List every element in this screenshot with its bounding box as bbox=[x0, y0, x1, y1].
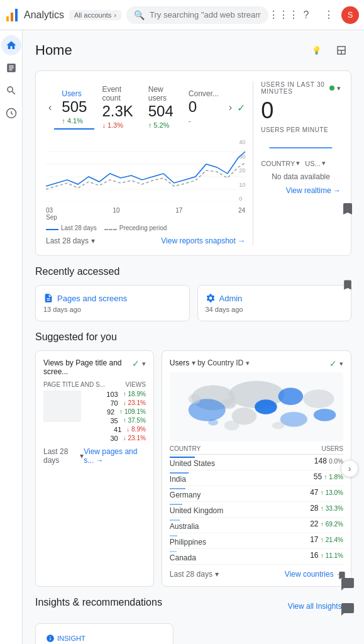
us-filter-btn[interactable]: US... ▾ bbox=[305, 159, 325, 167]
country-filter: COUNTRY ▾ US... ▾ bbox=[261, 159, 341, 167]
main-content: Home 💡 ‹ Users 505 ↑ 4.1% bbox=[23, 30, 364, 644]
svg-rect-2 bbox=[15, 9, 18, 21]
explore-icon bbox=[6, 85, 17, 96]
metrics-chart: 40 30 20 10 0 bbox=[46, 139, 245, 202]
admin-icon bbox=[206, 293, 216, 303]
realtime-panel: USERS IN LAST 30 MINUTES ▾ 0 USERS PER M… bbox=[253, 81, 341, 245]
insights-card: INSIGHT Users for operating system "Linu… bbox=[35, 623, 174, 644]
home-icon bbox=[6, 40, 17, 51]
suggested-card1-header: Views by Page title and scree... ✓ ▾ bbox=[43, 358, 146, 377]
card1-date-range[interactable]: Last 28 days ▾ bbox=[43, 447, 84, 465]
page-header: Home 💡 bbox=[35, 40, 351, 60]
metrics-left: ‹ Users 505 ↑ 4.1% Event count 2.3K ↓ 1.… bbox=[46, 81, 245, 245]
recent-admin-title: Admin bbox=[206, 293, 344, 303]
realtime-value: 0 bbox=[261, 97, 341, 124]
svg-point-21 bbox=[208, 419, 218, 426]
pages-icon bbox=[43, 293, 53, 303]
chart-legend: Last 28 days Preceding period bbox=[46, 225, 245, 231]
suggested-next-btn[interactable]: › bbox=[341, 460, 358, 477]
next-metric-btn[interactable]: › bbox=[226, 99, 234, 116]
reports-icon bbox=[6, 62, 17, 74]
svg-rect-1 bbox=[11, 13, 13, 21]
recently-accessed-title: Recently accessed bbox=[35, 266, 351, 277]
view-countries-link[interactable]: View countries → bbox=[285, 570, 343, 579]
app-logo: Analytics bbox=[5, 8, 64, 23]
realtime-header: USERS IN LAST 30 MINUTES ▾ bbox=[261, 81, 341, 95]
no-data-label: No data available bbox=[261, 172, 341, 181]
country-table: COUNTRY USERS United States 148 0.0% bbox=[170, 445, 343, 565]
svg-point-19 bbox=[314, 409, 336, 421]
tab-conversions[interactable]: Conver... 0 - bbox=[181, 86, 226, 130]
more-icon[interactable]: ⋮ bbox=[319, 5, 339, 25]
floating-chat-btn-1[interactable] bbox=[340, 577, 355, 594]
recent-item-pages[interactable]: Pages and screens 13 days ago bbox=[35, 285, 190, 321]
chart-y-axis: 40 30 20 10 0 bbox=[239, 139, 245, 202]
topbar: Analytics All accounts › 🔍 ⋮⋮⋮ ? ⋮ S bbox=[0, 0, 364, 30]
sidebar-item-explore[interactable] bbox=[1, 80, 21, 101]
country-filter-btn[interactable]: COUNTRY ▾ bbox=[261, 159, 300, 167]
chart-x-labels: 03Sep 10 17 24 bbox=[46, 207, 245, 221]
recent-item-admin[interactable]: Admin 34 days ago bbox=[197, 285, 352, 321]
floating-chat-btn-2[interactable] bbox=[340, 602, 355, 619]
suggested-card1-columns: PAGE TITLE AND S... VIEWS bbox=[43, 381, 146, 388]
svg-point-20 bbox=[224, 421, 240, 431]
view-reports-link[interactable]: View reports snapshot → bbox=[161, 236, 245, 245]
page-thumbnail bbox=[43, 391, 81, 422]
country-row-philippines: Philippines 17 ↑ 21.4% bbox=[170, 533, 343, 549]
save-recently-icon[interactable] bbox=[341, 279, 354, 293]
check-icon: ✓ bbox=[132, 358, 140, 369]
country-row-india: India 55 ↑ 1.8% bbox=[170, 470, 343, 486]
date-range-selector[interactable]: Last 28 days ▾ bbox=[46, 236, 95, 245]
header-icons: 💡 bbox=[306, 40, 351, 60]
tab-new-users[interactable]: New users 504 ↑ 5.2% bbox=[141, 81, 181, 134]
metrics-row: ‹ Users 505 ↑ 4.1% Event count 2.3K ↓ 1.… bbox=[46, 81, 341, 245]
country-row-australia: Australia 22 ↑ 69.2% bbox=[170, 518, 343, 533]
sidebar bbox=[0, 30, 23, 644]
analytics-logo-icon bbox=[5, 8, 20, 23]
suggested-section: Suggested for you Views by Page title an… bbox=[35, 331, 351, 587]
sidebar-item-advertising[interactable] bbox=[1, 103, 21, 123]
mini-chart bbox=[261, 138, 341, 157]
svg-point-22 bbox=[272, 422, 285, 430]
insights-header: Insights & recommendations View all Insi… bbox=[35, 597, 351, 616]
metrics-chart-svg bbox=[46, 139, 245, 202]
realtime-status: ▾ bbox=[329, 84, 341, 92]
view-pages-link[interactable]: View pages and s... → bbox=[84, 447, 146, 465]
tab-event-count[interactable]: Event count 2.3K ↓ 1.3% bbox=[94, 81, 140, 134]
sidebar-item-reports[interactable] bbox=[1, 58, 21, 78]
suggested-card2-badge: ✓ ▾ bbox=[329, 358, 343, 369]
help-icon[interactable]: ? bbox=[296, 5, 316, 25]
world-map-svg bbox=[170, 372, 343, 441]
app-title: Analytics bbox=[24, 9, 64, 21]
suggested-card-views: Views by Page title and scree... ✓ ▾ PAG… bbox=[35, 350, 154, 587]
prev-metric-btn[interactable]: ‹ bbox=[46, 99, 54, 116]
page-title: Home bbox=[35, 42, 72, 58]
svg-point-15 bbox=[303, 389, 334, 408]
view-realtime-link[interactable]: View realtime → bbox=[286, 186, 341, 195]
main-layout: Home 💡 ‹ Users 505 ↑ 4.1% bbox=[0, 30, 364, 644]
suggested-title: Suggested for you bbox=[35, 331, 351, 343]
country-table-header: COUNTRY USERS bbox=[170, 445, 343, 455]
avatar[interactable]: S bbox=[341, 6, 359, 24]
lightbulb-icon[interactable]: 💡 bbox=[306, 40, 326, 60]
insight-tag: INSIGHT bbox=[46, 634, 163, 643]
topbar-icons: ⋮⋮⋮ ? ⋮ S bbox=[273, 5, 359, 25]
recently-accessed-section: Recently accessed Pages and screens 13 d… bbox=[35, 266, 351, 321]
compare-icon[interactable] bbox=[331, 40, 351, 60]
suggested-card1-title: Views by Page title and scree... bbox=[43, 358, 132, 376]
search-input[interactable] bbox=[150, 10, 261, 19]
floating-save-btn[interactable] bbox=[340, 201, 355, 218]
card2-date-range[interactable]: Last 28 days ▾ bbox=[170, 570, 219, 579]
recently-accessed-grid: Pages and screens 13 days ago Admin 34 d… bbox=[35, 285, 351, 321]
country-row-germany: Germany 47 ↑ 13.0% bbox=[170, 486, 343, 502]
apps-icon[interactable]: ⋮⋮⋮ bbox=[273, 5, 294, 25]
country-row-canada: Canada 16 ↑ 11.1% bbox=[170, 549, 343, 565]
suggested-card2-footer: Last 28 days ▾ View countries → bbox=[170, 570, 343, 579]
search-bar[interactable]: 🔍 bbox=[126, 6, 268, 24]
sidebar-item-home[interactable] bbox=[1, 35, 21, 55]
account-selector[interactable]: All accounts › bbox=[69, 10, 121, 20]
suggested-card1-badge: ✓ ▾ bbox=[132, 358, 146, 369]
tab-users[interactable]: Users 505 ↑ 4.1% bbox=[54, 86, 94, 130]
suggested-card2-header: Users ▾ by Country ID ▾ ✓ ▾ bbox=[170, 358, 343, 369]
recent-pages-title: Pages and screens bbox=[43, 293, 182, 303]
